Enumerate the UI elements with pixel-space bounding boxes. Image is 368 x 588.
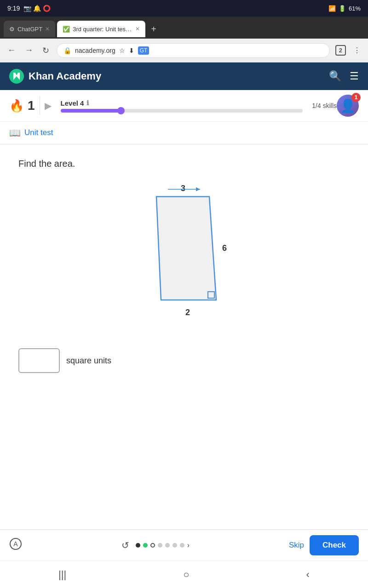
device-nav: ||| ○ ‹ — [0, 560, 368, 588]
skip-button[interactable]: Skip — [289, 541, 304, 550]
ka-logo: Khan Academy — [9, 69, 101, 84]
book-icon: 📖 — [9, 127, 21, 138]
info-icon[interactable]: ℹ — [86, 99, 89, 107]
more-options-button[interactable]: ⋮ — [351, 44, 362, 57]
hint-button[interactable]: A — [9, 537, 22, 553]
bottom-toolbar: A ↺ › Skip Check — [0, 529, 368, 560]
home-button[interactable]: ○ — [183, 569, 189, 581]
check-button[interactable]: Check — [310, 535, 359, 555]
skills-label: 1/4 skills — [312, 102, 337, 109]
translate-icon[interactable]: GT — [138, 46, 150, 55]
address-bar-icons: ☆ ⬇ GT — [119, 46, 150, 55]
battery-icon: 🔋 — [339, 5, 346, 12]
tab-chatgpt-label: ChatGPT — [17, 26, 42, 33]
download-icon[interactable]: ⬇ — [129, 47, 134, 54]
tab-chatgpt[interactable]: ⚙ ChatGPT ✕ — [4, 21, 55, 37]
recent-apps-button[interactable]: ||| — [58, 569, 66, 581]
search-button[interactable]: 🔍 — [329, 70, 341, 82]
wifi-icon: 📶 — [328, 5, 336, 12]
answer-area: square units — [18, 348, 350, 373]
progress-dot-6 — [172, 543, 177, 548]
progress-area: 🔥 1 ▶ Level 4 ℹ 1/4 skills 👤 1 — [0, 90, 368, 122]
back-button[interactable]: ← — [6, 44, 17, 57]
status-time: 9:19 — [7, 5, 20, 12]
skills-current: 1 — [312, 102, 316, 109]
address-bar[interactable]: 🔒 nacademy.org ☆ ⬇ GT — [57, 43, 330, 58]
square-units-label: square units — [66, 356, 111, 366]
svg-text:2: 2 — [185, 308, 190, 317]
streak-area: 🔥 1 — [9, 98, 35, 113]
status-bar-right: 📶 🔋 61% — [328, 5, 361, 12]
ka-favicon: ✅ — [63, 26, 70, 33]
progress-dot-4 — [158, 543, 162, 548]
avatar-area[interactable]: 👤 1 — [337, 95, 359, 117]
svg-text:3: 3 — [181, 184, 185, 193]
refresh-button[interactable]: ↺ — [121, 540, 129, 551]
svg-text:6: 6 — [222, 243, 227, 253]
shape-diagram: 3 6 2 — [120, 183, 248, 330]
flame-icon: 🔥 — [9, 99, 24, 113]
unit-test-bar: 📖 Unit test — [0, 122, 368, 145]
browser-bar: ← → ↻ 🔒 nacademy.org ☆ ⬇ GT 2 ⋮ — [0, 39, 368, 62]
main-content: Find the area. 3 6 2 square units — [0, 145, 368, 466]
toolbar-right: Skip Check — [289, 535, 359, 555]
ka-header: Khan Academy 🔍 ☰ — [0, 62, 368, 90]
skills-text: skills — [321, 102, 337, 109]
level-header: Level 4 ℹ — [61, 99, 89, 107]
question-prompt: Find the area. — [18, 158, 350, 169]
progress-bar-fill — [61, 109, 121, 113]
ka-logo-icon — [9, 69, 24, 84]
progress-bar-track — [61, 109, 303, 113]
tab-ka-label: 3rd quarter: Unit test | 3rd — [73, 26, 132, 33]
unit-test-label: Unit test — [24, 128, 53, 137]
back-nav-button[interactable]: ‹ — [306, 569, 310, 581]
progress-dot-2 — [143, 543, 148, 548]
tab-khanacademy[interactable]: ✅ 3rd quarter: Unit test | 3rd ✕ — [57, 21, 145, 37]
skills-total: 4 — [317, 102, 321, 109]
tab-chatgpt-close[interactable]: ✕ — [45, 26, 50, 32]
tab-ka-close[interactable]: ✕ — [135, 26, 140, 32]
progress-dot-5 — [165, 543, 170, 548]
status-icons: 📷 🔔 ⭕ — [23, 5, 51, 12]
star-icon[interactable]: ☆ — [119, 47, 125, 54]
level-label: Level 4 — [61, 99, 84, 107]
next-arrow-icon: › — [187, 541, 190, 549]
svg-marker-0 — [156, 197, 216, 300]
toolbar-left: A — [9, 537, 22, 553]
ka-header-actions: 🔍 ☰ — [329, 70, 359, 82]
ka-title: Khan Academy — [29, 70, 101, 82]
status-bar: 9:19 📷 🔔 ⭕ 📶 🔋 61% — [0, 0, 368, 17]
url-display: nacademy.org — [75, 47, 115, 54]
menu-button[interactable]: ☰ — [350, 70, 359, 82]
divider — [40, 96, 40, 115]
answer-input[interactable] — [18, 348, 60, 373]
play-icon: ▶ — [45, 100, 52, 111]
forward-button[interactable]: → — [23, 44, 35, 57]
new-tab-button[interactable]: + — [147, 24, 160, 34]
unit-test-link[interactable]: 📖 Unit test — [9, 127, 53, 138]
status-bar-left: 9:19 📷 🔔 ⭕ — [7, 5, 51, 12]
browser-tabs: ⚙ ChatGPT ✕ ✅ 3rd quarter: Unit test | 3… — [0, 17, 368, 39]
avatar-badge: 1 — [351, 93, 361, 102]
streak-count: 1 — [28, 98, 35, 113]
progress-dot-1 — [136, 543, 140, 548]
progress-bar-dot — [117, 107, 125, 114]
toolbar-center: ↺ › — [121, 540, 190, 551]
chatgpt-favicon: ⚙ — [9, 26, 15, 33]
battery-percent: 61% — [349, 5, 361, 12]
diagram-area: 3 6 2 — [18, 183, 350, 330]
lock-icon: 🔒 — [63, 47, 71, 54]
progress-dot-3 — [150, 543, 155, 548]
progress-dot-7 — [180, 543, 184, 548]
tab-count[interactable]: 2 — [335, 45, 346, 56]
reload-button[interactable]: ↻ — [40, 44, 51, 57]
svg-text:A: A — [13, 540, 18, 548]
level-area: Level 4 ℹ — [61, 99, 303, 113]
